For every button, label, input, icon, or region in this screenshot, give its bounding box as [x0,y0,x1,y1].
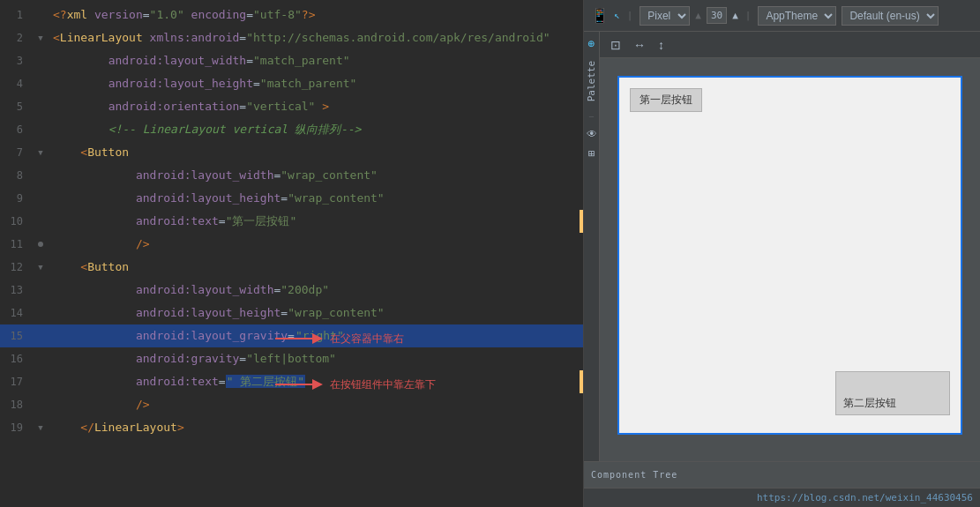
line-content-13: android:layout_width="200dp" [49,279,583,302]
sub-toolbar: ⊡ ↔ ↕ [600,32,980,58]
line-num-3: 3 [0,49,32,72]
gutter-12: ▼ [32,256,49,279]
line-num-14: 14 [0,302,32,324]
fold-btn-19[interactable]: ▼ [38,416,42,439]
line-num-4: 4 [0,72,32,95]
line-content-11: /> [49,233,583,256]
annotation-text-17: 在按钮组件中靠左靠下 [330,373,436,396]
line-content-7: <Button [49,141,583,164]
orient-v-btn[interactable]: ↕ [655,36,668,54]
line-content-16: android:gravity="left|bottom" [49,347,583,370]
pixel-dropdown[interactable]: Pixel [640,6,690,26]
locale-dropdown[interactable]: Default (en-us) [842,6,939,26]
code-line-17: 17 android:text=" 第二层按钮" 在按钮组件中靠左靠下 [0,370,583,393]
code-line-14: 14 android:layout_height="wrap_content" [0,302,583,324]
code-line-2: 2 ▼ <LinearLayout xmlns:android="http://… [0,26,583,49]
api-icon: ▲ [732,10,738,21]
main-container: 1 <?xml version="1.0" encoding="utf-8"?>… [0,0,980,507]
code-line-15: 15 android:layout_gravity="right" 在父容器中靠… [0,324,583,347]
api-level-badge[interactable]: 30 [707,7,727,24]
line-num-12: 12 [0,256,32,279]
line-content-9: android:layout_height="wrap_content" [49,187,583,210]
component-tree-bar: Component Tree [584,461,980,488]
grid-icon[interactable]: ⊞ [588,147,595,160]
design-area-wrapper: ⊕ Palette — 👁 ⊞ ⊡ ↔ ↕ 第一层按钮 [584,32,980,461]
design-main: ⊡ ↔ ↕ 第一层按钮 第二层按钮 [600,32,980,461]
component-tree-label: Component Tree [591,470,677,480]
warning-indicator-17 [580,370,583,393]
line-num-15: 15 [0,324,32,347]
code-line-8: 8 android:layout_width="wrap_content" [0,164,583,187]
arrow-svg-15 [273,330,326,347]
code-line-13: 13 android:layout_width="200dp" [0,279,583,302]
code-line-9: 9 android:layout_height="wrap_content" [0,187,583,210]
line-content-4: android:layout_height="match_parent" [49,72,583,95]
gutter-11 [32,242,49,247]
code-line-10: 10 android:text="第一层按钮" [0,210,583,233]
arrow-svg-17 [273,376,326,393]
device-inner: 第一层按钮 第二层按钮 [619,78,961,433]
separator-2: | [745,10,752,21]
line-num-10: 10 [0,210,32,233]
separator-1: | [627,10,633,21]
line-num-9: 9 [0,187,32,210]
code-line-3: 3 android:layout_width="match_parent" [0,49,583,72]
line-content-19: </LinearLayout> [49,416,583,439]
theme-dropdown[interactable]: AppTheme [758,6,836,26]
line-content-1: <?xml version="1.0" encoding="utf-8"?> [49,4,583,26]
code-line-7: 7 ▼ <Button [0,141,583,164]
gutter-19: ▼ [32,416,49,439]
line-num-7: 7 [0,141,32,164]
line-num-16: 16 [0,347,32,370]
api-dropdown-label: ▲ [695,10,701,21]
code-line-19: 19 ▼ </LinearLayout> [0,416,583,439]
btn-second-layer[interactable]: 第二层按钮 [835,371,950,415]
code-line-12: 12 ▼ <Button [0,256,583,279]
phone-icon[interactable]: 📱 [591,7,609,24]
line-num-2: 2 [0,26,32,49]
line-num-19: 19 [0,416,32,439]
gutter-7: ▼ [32,141,49,164]
gutter-2: ▼ [32,26,49,49]
breakpoint-dot-11 [38,242,43,247]
line-num-11: 11 [0,233,32,256]
annotation-arrow-17: 在按钮组件中靠左靠下 [273,373,436,396]
line-content-10: android:text="第一层按钮" [49,210,583,233]
code-line-4: 4 android:layout_height="match_parent" [0,72,583,95]
line-content-6: <!-- LinearLayout vertical 纵向排列--> [49,118,583,141]
code-line-1: 1 <?xml version="1.0" encoding="utf-8"?> [0,4,583,26]
fold-btn-7[interactable]: ▼ [38,141,42,164]
cursor-icon[interactable]: ↖ [614,10,620,21]
line-content-8: android:layout_width="wrap_content" [49,164,583,187]
line-content-18: /> [49,393,583,416]
line-num-18: 18 [0,393,32,416]
line-num-17: 17 [0,370,32,393]
palette-sidebar: ⊕ Palette — 👁 ⊞ [584,32,600,461]
separator-vert: — [589,112,594,121]
line-content-2: <LinearLayout xmlns:android="http://sche… [49,26,583,49]
annotation-text-15: 在父容器中靠右 [330,327,404,350]
line-num-5: 5 [0,95,32,118]
annotation-arrow-15: 在父容器中靠右 [273,327,404,350]
orient-h-btn[interactable]: ↔ [630,36,649,54]
line-content-12: <Button [49,256,583,279]
design-toolbar: 📱 ↖ | Pixel ▲ 30 ▲ | AppTheme Default (e… [584,0,980,32]
code-line-16: 16 android:gravity="left|bottom" [0,347,583,370]
line-content-3: android:layout_width="match_parent" [49,49,583,72]
right-panel: 📱 ↖ | Pixel ▲ 30 ▲ | AppTheme Default (e… [583,0,980,507]
line-content-14: android:layout_height="wrap_content" [49,302,583,324]
bottom-bar: https://blog.csdn.net/weixin_44630456 [584,488,980,507]
palette-tab-btn[interactable]: ⊕ [588,37,595,50]
line-num-8: 8 [0,164,32,187]
eye-icon[interactable]: 👁 [587,128,597,140]
line-num-1: 1 [0,4,32,26]
palette-label[interactable]: Palette [586,61,597,101]
code-line-6: 6 <!-- LinearLayout vertical 纵向排列--> [0,118,583,141]
url-text: https://blog.csdn.net/weixin_44630456 [757,492,973,503]
btn-first-layer[interactable]: 第一层按钮 [630,88,702,112]
fold-btn-12[interactable]: ▼ [38,256,42,279]
fold-btn-2[interactable]: ▼ [38,26,42,49]
code-line-5: 5 android:orientation="vertical" > [0,95,583,118]
line-num-6: 6 [0,118,32,141]
zoom-fit-btn[interactable]: ⊡ [607,36,625,54]
